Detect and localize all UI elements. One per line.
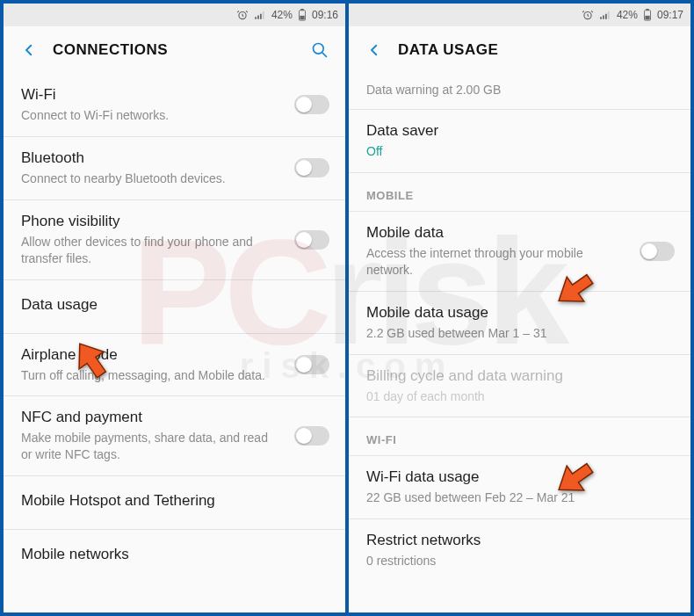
row-nfc-payment[interactable]: NFC and payment Make mobile payments, sh… [4,396,345,476]
row-airplane-mode[interactable]: Airplane mode Turn off calling, messagin… [4,334,345,397]
status-bar: 42% 09:17 [349,4,690,26]
row-title: Airplane mode [21,346,275,364]
toggle-switch[interactable] [294,230,329,250]
row-subtitle: 22 GB used between Feb 22 – Mar 21 [366,489,620,506]
row-phone-visibility[interactable]: Phone visibility Allow other devices to … [4,200,345,280]
phone-data-usage: 42% 09:17 DATA USAGE Data warning at 2.0… [349,4,690,612]
row-mobile-networks[interactable]: Mobile networks [4,530,345,583]
toggle-switch[interactable] [294,95,329,114]
status-bar: 42% 09:16 [4,4,345,26]
row-billing-cycle[interactable]: Billing cycle and data warning 01 day of… [349,355,690,418]
toggle-switch[interactable] [294,355,329,374]
row-title: Mobile Hotspot and Tethering [21,492,275,510]
toggle-switch[interactable] [640,242,675,261]
row-subtitle: Connect to nearby Bluetooth devices. [21,170,275,187]
section-header-wifi: WI-FI [349,417,690,456]
row-mobile-data[interactable]: Mobile data Access the internet through … [349,212,690,292]
signal-icon [254,9,266,21]
row-subtitle: 2.2 GB used between Mar 1 – 31 [366,325,620,342]
header-bar: CONNECTIONS [4,26,345,74]
battery-percent: 42% [271,9,293,21]
toggle-switch[interactable] [294,426,329,446]
row-wifi[interactable]: Wi-Fi Connect to Wi-Fi networks. [4,74,345,137]
row-restrict-networks[interactable]: Restrict networks 0 restrictions [349,519,690,582]
row-hotspot-tethering[interactable]: Mobile Hotspot and Tethering [4,476,345,530]
back-button[interactable] [361,37,387,63]
clock-text: 09:16 [312,9,338,21]
row-subtitle: 0 restrictions [366,553,620,569]
settings-list: Wi-Fi Connect to Wi-Fi networks. Bluetoo… [4,74,345,583]
row-title: Mobile data [366,224,620,242]
alarm-icon [236,9,249,21]
back-button[interactable] [16,37,42,63]
row-title: Data saver [366,122,620,140]
battery-icon [298,9,307,21]
row-title: Bluetooth [21,149,275,167]
row-title: Wi-Fi data usage [366,468,620,486]
page-title: DATA USAGE [398,41,678,59]
row-title: Mobile data usage [366,304,620,322]
svg-point-4 [314,44,324,54]
phone-connections: 42% 09:16 CONNECTIONS Wi-Fi Connect to W… [4,4,345,612]
row-subtitle: Turn off calling, messaging, and Mobile … [21,367,275,384]
row-subtitle: Access the internet through your mobile … [366,245,620,279]
svg-rect-7 [646,9,649,11]
row-subtitle: Make mobile payments, share data, and re… [21,430,275,463]
row-subtitle: Off [366,143,620,160]
row-wifi-data-usage[interactable]: Wi-Fi data usage 22 GB used between Feb … [349,456,690,519]
page-title: CONNECTIONS [53,41,307,59]
row-title: Billing cycle and data warning [366,367,620,385]
section-header-mobile: MOBILE [349,173,690,212]
alarm-icon [582,9,594,21]
row-title: Mobile networks [21,546,275,563]
settings-list: Data warning at 2.00 GB Data saver Off M… [349,74,690,582]
clock-text: 09:17 [657,9,683,21]
svg-rect-3 [300,16,304,19]
row-subtitle: 01 day of each month [366,388,620,405]
svg-rect-2 [300,9,304,11]
row-title: Data usage [21,296,275,314]
search-button[interactable] [307,37,333,63]
row-data-saver[interactable]: Data saver Off [349,110,690,173]
row-title: Restrict networks [366,532,620,549]
battery-icon [643,9,652,21]
battery-percent: 42% [617,9,638,21]
row-subtitle: Connect to Wi-Fi networks. [21,107,275,124]
header-bar: DATA USAGE [349,26,690,74]
row-data-usage[interactable]: Data usage [4,280,345,334]
row-bluetooth[interactable]: Bluetooth Connect to nearby Bluetooth de… [4,137,345,200]
signal-icon [599,9,611,21]
row-title: NFC and payment [21,409,275,426]
svg-rect-8 [645,16,649,19]
row-mobile-data-usage[interactable]: Mobile data usage 2.2 GB used between Ma… [349,292,690,355]
row-title: Wi-Fi [21,86,275,104]
toggle-switch[interactable] [294,158,329,178]
row-title: Phone visibility [21,213,275,230]
partial-subtitle: Data warning at 2.00 GB [349,74,690,110]
row-subtitle: Allow other devices to find your phone a… [21,234,275,267]
